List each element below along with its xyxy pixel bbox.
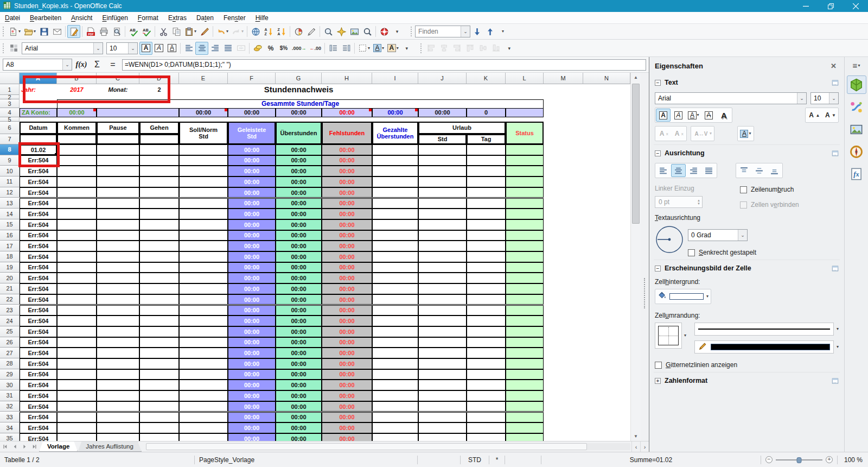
- cell-J8[interactable]: [418, 144, 467, 155]
- cell-I20[interactable]: [372, 273, 418, 283]
- cell-B10[interactable]: [57, 166, 97, 176]
- cell-J12[interactable]: [418, 187, 467, 198]
- cell-E34[interactable]: [179, 422, 228, 433]
- cell-I31[interactable]: [372, 390, 418, 401]
- cell-I9[interactable]: [372, 155, 418, 166]
- cell-L25[interactable]: [506, 326, 544, 337]
- cell-L29[interactable]: [506, 369, 544, 380]
- cell-E24[interactable]: [179, 315, 228, 326]
- cell-B20[interactable]: [57, 273, 97, 283]
- cell-B14[interactable]: [57, 209, 97, 219]
- header-ueberstunden[interactable]: Überstunden: [276, 122, 322, 144]
- cell-I10[interactable]: [372, 166, 418, 176]
- strikethrough-button[interactable]: A: [701, 109, 716, 122]
- row-header-19[interactable]: 19: [0, 262, 20, 273]
- restore-icon[interactable]: [818, 0, 843, 12]
- cell-G21[interactable]: 00:00: [276, 283, 322, 294]
- edit-icon[interactable]: [67, 25, 80, 38]
- cell-E15[interactable]: [179, 219, 228, 230]
- uA-icon[interactable]: A: [165, 42, 178, 55]
- cell-G27[interactable]: 00:00: [276, 348, 322, 358]
- column-header-D[interactable]: D: [139, 73, 179, 84]
- cell-C12[interactable]: [97, 187, 139, 198]
- cell-H15[interactable]: 00:00: [322, 219, 372, 230]
- cell-C31[interactable]: [97, 390, 139, 401]
- cell-E13[interactable]: [179, 198, 228, 209]
- section-alignment-header[interactable]: − Ausrichtung: [654, 144, 840, 160]
- cell-F25[interactable]: 00:00: [228, 326, 276, 337]
- cell-I16[interactable]: [372, 230, 418, 241]
- cell-J13[interactable]: [418, 198, 467, 209]
- cell-A19[interactable]: Err:504: [20, 262, 57, 273]
- percent-icon[interactable]: %: [264, 42, 277, 55]
- cell-K21[interactable]: [467, 283, 506, 294]
- cell-A23[interactable]: Err:504: [20, 305, 57, 316]
- new-icon[interactable]: ▾: [7, 25, 22, 38]
- row-header-31[interactable]: 31: [0, 390, 20, 401]
- paste-icon[interactable]: ▾: [183, 25, 198, 38]
- cell-L14[interactable]: [506, 209, 544, 219]
- cell-A27[interactable]: Err:504: [20, 348, 57, 358]
- summary-caption[interactable]: Gesammte Stunden/Tage: [57, 99, 544, 109]
- cell-J19[interactable]: [418, 262, 467, 273]
- cell-B21[interactable]: [57, 283, 97, 294]
- cell-D34[interactable]: [139, 422, 179, 433]
- cell-B13[interactable]: [57, 198, 97, 209]
- cell-A28[interactable]: Err:504: [20, 358, 57, 369]
- cell-E35[interactable]: [179, 433, 228, 441]
- cell-A10[interactable]: Err:504: [20, 166, 57, 176]
- font-color-button[interactable]: A▾: [738, 127, 753, 140]
- cell-H11[interactable]: 00:00: [322, 176, 372, 187]
- cell-G13[interactable]: 00:00: [276, 198, 322, 209]
- menu-einfgen[interactable]: Einfügen: [97, 12, 132, 23]
- cell-G28[interactable]: 00:00: [276, 358, 322, 369]
- cell-I24[interactable]: [372, 315, 418, 326]
- cell-I15[interactable]: [372, 219, 418, 230]
- cell-I19[interactable]: [372, 262, 418, 273]
- cell-E20[interactable]: [179, 273, 228, 283]
- open-icon[interactable]: ▾: [22, 25, 37, 38]
- cell-H27[interactable]: 00:00: [322, 348, 372, 358]
- cell-A7[interactable]: [20, 134, 57, 144]
- cell-F24[interactable]: 00:00: [228, 315, 276, 326]
- cell-I33[interactable]: [372, 412, 418, 423]
- cell-A17[interactable]: Err:504: [20, 241, 57, 251]
- cell-A30[interactable]: Err:504: [20, 380, 57, 390]
- sortza-icon[interactable]: ZA: [275, 25, 288, 38]
- cell-A21[interactable]: Err:504: [20, 283, 57, 294]
- align-middle-button[interactable]: [752, 164, 767, 177]
- row-header-24[interactable]: 24: [0, 315, 20, 326]
- cell-I26[interactable]: [372, 337, 418, 348]
- cell-F19[interactable]: 00:00: [228, 262, 276, 273]
- cell-G17[interactable]: 00:00: [276, 241, 322, 251]
- cell-B25[interactable]: [57, 326, 97, 337]
- row-header-16[interactable]: 16: [0, 230, 20, 241]
- cell-F9[interactable]: 00:00: [228, 155, 276, 166]
- brush-icon[interactable]: [198, 25, 211, 38]
- cell-L30[interactable]: [506, 380, 544, 390]
- row-header-5[interactable]: 5: [0, 117, 20, 122]
- cell-C33[interactable]: [97, 412, 139, 423]
- cell-I13[interactable]: [372, 198, 418, 209]
- sortaz-icon[interactable]: AZ: [262, 25, 275, 38]
- row-header-23[interactable]: 23: [0, 305, 20, 316]
- cell-L34[interactable]: [506, 422, 544, 433]
- save-icon[interactable]: [37, 25, 50, 38]
- cell-K30[interactable]: [467, 380, 506, 390]
- dialog-launcher-icon[interactable]: [832, 377, 839, 384]
- cell-J17[interactable]: [418, 241, 467, 251]
- cell-L31[interactable]: [506, 390, 544, 401]
- cell-B7[interactable]: [57, 134, 97, 144]
- toolbar-more-button[interactable]: ▾: [496, 25, 509, 38]
- cell-L20[interactable]: [506, 273, 544, 283]
- cell-D15[interactable]: [139, 219, 179, 230]
- cell-J31[interactable]: [418, 390, 467, 401]
- row-header-30[interactable]: 30: [0, 380, 20, 390]
- cell-G15[interactable]: 00:00: [276, 219, 322, 230]
- row-header-26[interactable]: 26: [0, 337, 20, 348]
- preview-icon[interactable]: [110, 25, 123, 38]
- expand-icon[interactable]: +: [655, 378, 661, 384]
- header-urlaub-tag[interactable]: Tag: [467, 134, 506, 144]
- sidebar-tab-styles[interactable]: [847, 98, 866, 116]
- cell-F31[interactable]: 00:00: [228, 390, 276, 401]
